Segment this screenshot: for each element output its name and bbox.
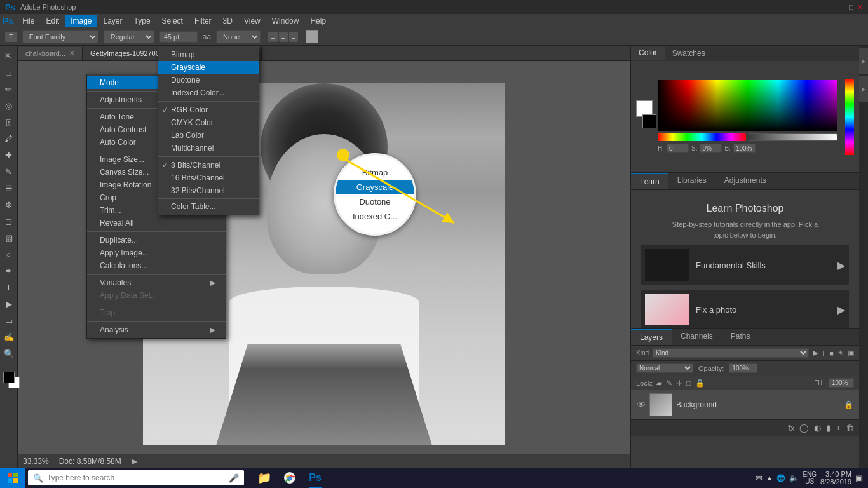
add-mask-icon[interactable]: ◯ (799, 423, 809, 433)
mode-item-duotone[interactable]: Duotone (158, 74, 259, 86)
align-right-button[interactable]: ≡ (289, 32, 298, 42)
lock-position-icon[interactable]: ✛ (676, 379, 682, 388)
alpha-slider[interactable] (749, 133, 838, 141)
mode-item-lab[interactable]: Lab Color (158, 129, 259, 142)
layer-visibility-icon[interactable]: 👁 (637, 400, 646, 410)
lock-image-icon[interactable]: ✎ (666, 379, 672, 388)
hue-slider[interactable] (658, 133, 746, 141)
adjustment-layer-icon[interactable]: ◐ (814, 423, 821, 433)
taskbar-explorer[interactable]: 📁 (252, 468, 277, 488)
learn-tab-libraries[interactable]: Libraries (668, 173, 715, 189)
mode-item-indexed-color[interactable]: Indexed Color... (158, 86, 259, 99)
font-size-input[interactable] (159, 31, 198, 43)
layers-tab-paths[interactable]: Paths (722, 329, 759, 345)
menu-select[interactable]: Select (157, 15, 188, 27)
mode-item-color-table[interactable]: Color Table... (158, 200, 259, 213)
menu-item-duplicate[interactable]: Duplicate... (87, 234, 226, 247)
tab-close-chalkboard[interactable]: ✕ (69, 50, 74, 57)
delete-layer-icon[interactable]: 🗑 (846, 423, 854, 433)
mode-item-cmyk[interactable]: CMYK Color (158, 116, 259, 129)
hand-tool[interactable]: ✍ (1, 329, 17, 344)
crop-tool[interactable]: ⍐ (1, 114, 17, 130)
filter-toggle[interactable]: ▣ (848, 349, 854, 357)
brush-tool[interactable]: ✎ (1, 164, 17, 179)
blend-mode-select[interactable]: Normal (636, 363, 693, 373)
mode-item-multichannel[interactable]: Multichannel (158, 142, 259, 154)
layer-kind-select[interactable]: Kind (653, 348, 809, 358)
lasso-tool[interactable]: ✏ (1, 81, 17, 97)
layers-tab-channels[interactable]: Channels (672, 329, 722, 345)
taskbar-up-arrow-icon[interactable]: ▲ (766, 474, 773, 482)
h-input[interactable] (667, 144, 689, 153)
mode-item-8bit[interactable]: ✓ 8 Bits/Channel (158, 159, 259, 172)
opacity-input[interactable] (729, 363, 757, 373)
select-tool[interactable]: □ (1, 65, 17, 80)
color-tab[interactable]: Color (631, 46, 665, 60)
font-select[interactable]: Font Family (22, 30, 98, 43)
pen-tool[interactable]: ✒ (1, 263, 17, 278)
b-input[interactable] (733, 144, 756, 153)
quick-select-tool[interactable]: ◎ (1, 98, 17, 113)
history-brush-tool[interactable]: ☸ (1, 197, 17, 212)
taskbar-photoshop[interactable]: Ps (302, 468, 328, 488)
clone-tool[interactable]: ☰ (1, 180, 17, 196)
mode-item-32bit[interactable]: 32 Bits/Channel (158, 184, 259, 197)
swatches-tab[interactable]: Swatches (665, 47, 713, 60)
spectrum-strip[interactable] (845, 79, 854, 155)
color-gradient-area[interactable] (658, 80, 837, 131)
learn-tab-adjustments[interactable]: Adjustments (715, 173, 775, 189)
doc-arrow-icon[interactable]: ▶ (132, 457, 137, 466)
menu-filter[interactable]: Filter (189, 15, 217, 27)
learn-tab-learn[interactable]: Learn (631, 173, 668, 189)
font-style-select[interactable]: Regular (104, 30, 154, 43)
menu-item-calculations[interactable]: Calculations... (87, 259, 226, 272)
menu-type[interactable]: Type (129, 15, 156, 27)
minimize-button[interactable]: — (838, 3, 845, 11)
menu-file[interactable]: File (17, 15, 39, 27)
lock-all-icon[interactable]: 🔒 (695, 379, 705, 388)
menu-item-reveal-all[interactable]: Reveal All (87, 217, 226, 229)
move-tool[interactable]: ⇱ (1, 48, 17, 64)
search-bar[interactable]: 🔍 🎤 (28, 470, 244, 485)
path-select-tool[interactable]: ▶ (1, 296, 17, 311)
lock-artboard-icon[interactable]: □ (686, 379, 691, 388)
menu-3d[interactable]: 3D (218, 15, 238, 27)
align-center-button[interactable]: ≡ (279, 32, 288, 42)
mode-item-16bit[interactable]: 16 Bits/Channel (158, 172, 259, 184)
tab-chalkboard[interactable]: chalkboard... ✕ (18, 47, 83, 60)
shape-tool[interactable]: ▭ (1, 313, 17, 328)
taskbar-chrome[interactable] (277, 468, 302, 488)
dodge-tool[interactable]: ○ (1, 247, 17, 262)
fill-input[interactable] (829, 378, 854, 388)
zoom-tool[interactable]: 🔍 (1, 346, 17, 361)
taskbar-volume-icon[interactable]: 🔈 (789, 473, 799, 482)
text-tool-option[interactable]: T (5, 32, 17, 42)
menu-window[interactable]: Window (267, 15, 304, 27)
mode-item-grayscale[interactable]: Grayscale (158, 61, 259, 74)
text-tool[interactable]: T (1, 280, 17, 295)
eraser-tool[interactable]: ◻ (1, 214, 17, 229)
heal-tool[interactable]: ✚ (1, 147, 17, 163)
layers-tab-layers[interactable]: Layers (631, 329, 672, 345)
lock-transparent-icon[interactable]: ▰ (656, 379, 662, 388)
menu-image[interactable]: Image (65, 15, 97, 27)
search-input[interactable] (47, 473, 225, 482)
start-button[interactable] (0, 468, 25, 488)
align-left-button[interactable]: ≡ (268, 32, 277, 42)
menu-item-analysis[interactable]: Analysis ▶ (87, 323, 226, 336)
menu-layer[interactable]: Layer (98, 15, 128, 27)
group-layers-icon[interactable]: ▮ (826, 423, 831, 433)
menu-item-apply-image[interactable]: Apply Image... (87, 247, 226, 259)
menu-view[interactable]: View (239, 15, 266, 27)
antialiasing-select[interactable]: None (216, 30, 261, 43)
taskbar-clock[interactable]: 3:40 PM 8/28/2019 (820, 470, 851, 485)
edge-btn-1[interactable]: ▶ (859, 48, 868, 74)
notification-center-icon[interactable]: ▣ (855, 473, 863, 483)
mic-icon[interactable]: 🎤 (229, 473, 239, 483)
background-color-box[interactable] (642, 114, 656, 128)
menu-help[interactable]: Help (305, 15, 331, 27)
mode-item-rgb[interactable]: ✓ RGB Color (158, 104, 259, 116)
close-button[interactable]: ✕ (857, 3, 863, 11)
maximize-button[interactable]: □ (849, 3, 853, 11)
tutorial-fix-photo[interactable]: Fix a photo ▶ (641, 290, 849, 328)
